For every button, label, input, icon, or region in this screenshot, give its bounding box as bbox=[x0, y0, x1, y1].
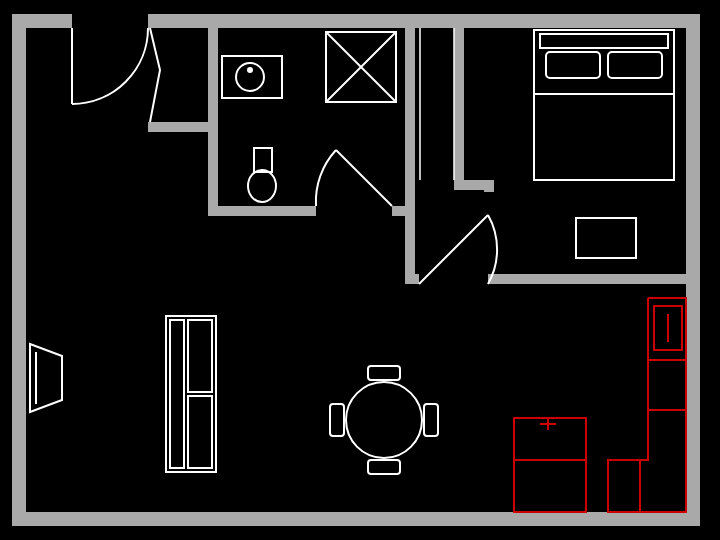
svg-point-26 bbox=[248, 68, 252, 72]
svg-rect-15 bbox=[484, 180, 494, 192]
svg-rect-3 bbox=[12, 14, 26, 526]
svg-rect-10 bbox=[405, 28, 415, 282]
svg-rect-11 bbox=[454, 28, 464, 188]
svg-rect-7 bbox=[148, 122, 214, 132]
svg-rect-12 bbox=[405, 274, 419, 284]
svg-rect-8 bbox=[208, 206, 316, 216]
svg-rect-4 bbox=[12, 512, 700, 526]
floor-plan bbox=[0, 0, 720, 540]
svg-rect-2 bbox=[148, 14, 700, 28]
svg-rect-13 bbox=[488, 274, 688, 284]
svg-rect-5 bbox=[686, 14, 700, 526]
